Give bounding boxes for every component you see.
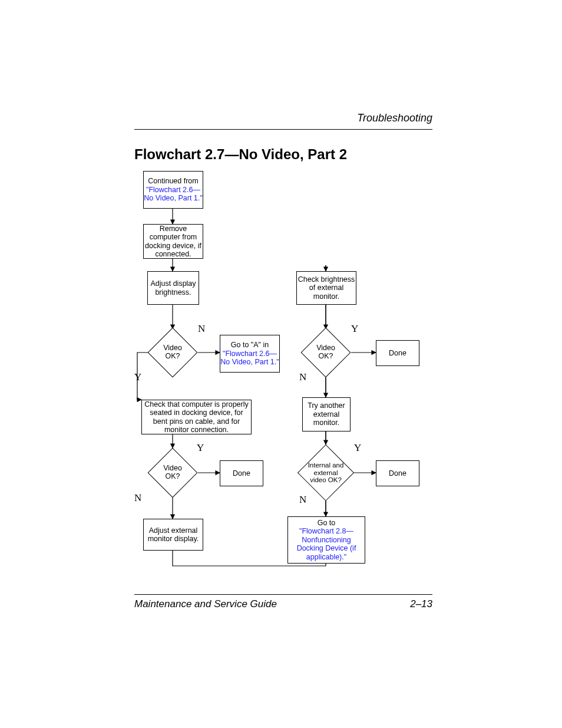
node-done-1: Done	[220, 460, 263, 486]
page-title: Flowchart 2.7—No Video, Part 2	[134, 146, 432, 163]
decision-video-ok-1: Video OK?	[155, 335, 190, 370]
node-check-external-brightness: Check brightness of external monitor.	[296, 271, 356, 305]
label-n-1: N	[198, 323, 205, 335]
footer-right: 2–13	[410, 598, 432, 610]
node-goto-2-8: Go to "Flowchart 2.8—Nonfunctioning Dock…	[287, 516, 365, 564]
node-adjust-brightness: Adjust display brightness.	[147, 271, 199, 305]
node-text: Go to	[318, 519, 336, 527]
decision-internal-external-ok: Internal and external video OK?	[306, 453, 346, 493]
node-goto-a: Go to "A" in "Flowchart 2.6—No Video, Pa…	[220, 335, 280, 373]
page-footer: Maintenance and Service Guide 2–13	[134, 594, 432, 610]
label-y-3: Y	[351, 323, 358, 335]
node-try-another-monitor: Try another external monitor.	[302, 397, 351, 431]
flowchart: Continued from "Flowchart 2.6—No Video, …	[134, 171, 432, 584]
label-y-2: Y	[197, 442, 204, 454]
label-y-4: Y	[354, 442, 361, 454]
decision-video-ok-3: Video OK?	[308, 335, 343, 370]
link-flowchart-2-6-a[interactable]: "Flowchart 2.6—No Video, Part 1."	[220, 350, 279, 366]
divider-bottom	[134, 594, 432, 595]
link-flowchart-2-8[interactable]: "Flowchart 2.8—Nonfunctioning Docking De…	[297, 527, 356, 561]
label-n-3: N	[299, 371, 306, 383]
section-label: Troubleshooting	[134, 112, 432, 124]
node-text: Go to "A" in	[231, 341, 269, 349]
node-remove-docking: Remove computer from docking device, if …	[143, 224, 203, 259]
node-text: Continued from	[148, 177, 198, 185]
divider-top	[134, 129, 432, 130]
label-n-4: N	[299, 494, 306, 506]
node-continued-from: Continued from "Flowchart 2.6—No Video, …	[143, 171, 203, 209]
footer-left: Maintenance and Service Guide	[134, 598, 277, 610]
node-adjust-external: Adjust external monitor display.	[143, 519, 203, 551]
decision-video-ok-2: Video OK?	[155, 455, 190, 490]
link-flowchart-2-6[interactable]: "Flowchart 2.6—No Video, Part 1."	[144, 186, 202, 202]
node-done-2: Done	[376, 340, 419, 366]
label-y-1: Y	[134, 371, 141, 383]
node-done-3: Done	[376, 460, 419, 486]
label-n-2: N	[134, 492, 141, 504]
node-check-seating: Check that computer is properly seated i…	[141, 400, 252, 434]
